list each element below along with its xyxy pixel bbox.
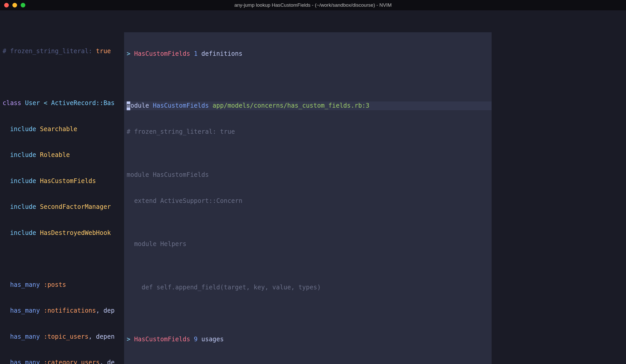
minimize-icon[interactable] xyxy=(12,3,17,7)
window-title: any-jump lookup HasCustomFields - (~/wor… xyxy=(0,1,626,10)
close-icon[interactable] xyxy=(4,3,9,7)
code-comment: # frozen_string_literal: xyxy=(3,48,92,55)
section-header-usages: > HasCustomFields 9 usages xyxy=(124,335,492,344)
any-jump-popup[interactable]: > HasCustomFields 1 definitions module H… xyxy=(124,32,492,364)
section-header-definitions: > HasCustomFields 1 definitions xyxy=(124,50,492,58)
preview-line: module HasCustomFields xyxy=(124,171,492,179)
preview-line: module Helpers xyxy=(124,240,492,249)
definition-result[interactable]: module HasCustomFields app/models/concer… xyxy=(124,101,492,110)
traffic-lights xyxy=(4,3,25,7)
preview-line: def self.append_field(target, key, value… xyxy=(124,283,492,292)
titlebar: any-jump lookup HasCustomFields - (~/wor… xyxy=(0,0,626,10)
preview-line: extend ActiveSupport::Concern xyxy=(124,197,492,205)
zoom-icon[interactable] xyxy=(21,3,25,7)
cursor: m xyxy=(127,101,130,110)
editor-area[interactable]: # frozen_string_literal: true class User… xyxy=(0,10,626,364)
preview-line: # frozen_string_literal: true xyxy=(124,128,492,136)
